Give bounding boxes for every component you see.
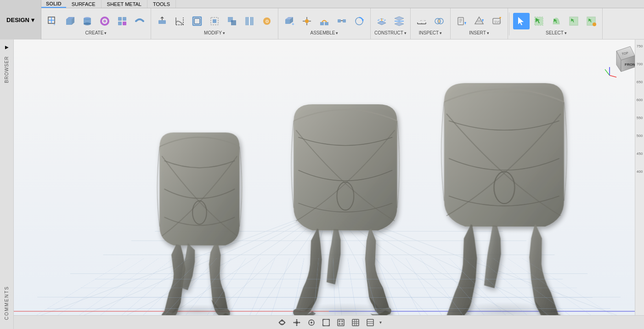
rigid-group-icon[interactable]: [333, 13, 350, 29]
svg-point-66: [593, 23, 596, 26]
tab-sheet-metal[interactable]: SHEET METAL: [102, 0, 147, 8]
browser-label[interactable]: BROWSER: [4, 56, 9, 83]
svg-rect-13: [123, 22, 126, 25]
fit-screen-icon[interactable]: [321, 317, 332, 328]
ruler-value-1: 750: [637, 44, 643, 48]
design-label: DESIGN: [6, 17, 29, 23]
select-arrow-icon[interactable]: [513, 13, 530, 29]
orbit-icon[interactable]: [277, 317, 288, 328]
svg-rect-17: [213, 19, 216, 23]
motion-study-icon[interactable]: [351, 13, 367, 29]
box-icon[interactable]: [62, 13, 78, 29]
inspect-label: INSPECT: [419, 30, 442, 37]
view-cube[interactable]: FRONT TOP: [603, 44, 639, 81]
browser-toggle[interactable]: ▶: [0, 41, 13, 52]
svg-rect-14: [158, 20, 166, 24]
select-group: SELECT: [510, 8, 603, 39]
3d-viewport-svg: [14, 40, 644, 329]
toggle-arrow: ▶: [5, 45, 9, 50]
cylinder-icon[interactable]: [79, 13, 96, 29]
svg-marker-110: [296, 325, 298, 326]
ruler-value-7: 450: [637, 152, 643, 156]
svg-point-7: [84, 23, 91, 25]
look-at-icon[interactable]: [306, 317, 317, 328]
svg-rect-32: [325, 22, 328, 25]
design-button[interactable]: DESIGN ▾: [0, 0, 41, 40]
joint-icon[interactable]: [299, 13, 315, 29]
bucket-object-3[interactable]: [441, 83, 567, 328]
svg-rect-62: [570, 17, 578, 25]
comments-label[interactable]: COMMENTS: [4, 286, 9, 320]
insert-label: INSERT: [469, 30, 489, 37]
grid-settings-icon[interactable]: [350, 317, 361, 328]
design-chevron: ▾: [31, 17, 34, 23]
svg-rect-127: [352, 319, 359, 326]
offset-plane-icon[interactable]: [373, 13, 390, 29]
svg-rect-19: [231, 20, 236, 25]
main-content: ▶ BROWSER COMMENTS: [0, 40, 644, 329]
fillet-icon[interactable]: [171, 13, 188, 29]
tab-tools[interactable]: TOOLS: [147, 0, 176, 8]
select-more-icon[interactable]: [583, 13, 599, 29]
inspect-group: ←→ INSPECT: [411, 8, 451, 39]
bucket-object-2[interactable]: [291, 104, 399, 320]
split-icon[interactable]: [241, 13, 258, 29]
svg-rect-24: [285, 19, 290, 24]
svg-line-96: [605, 69, 610, 75]
svg-marker-112: [293, 322, 294, 323]
torus-icon[interactable]: [96, 13, 113, 29]
svg-marker-58: [518, 17, 524, 25]
create-more-icon[interactable]: [114, 13, 130, 29]
svg-marker-51: [464, 22, 466, 25]
svg-point-106: [295, 321, 298, 324]
tab-solid[interactable]: SOLID: [41, 0, 66, 8]
tab-surface[interactable]: SURFACE: [66, 0, 102, 8]
svg-text:+: +: [292, 22, 294, 27]
shell-icon[interactable]: [189, 13, 205, 29]
ruler-value-6: 500: [637, 134, 643, 138]
midplane-icon[interactable]: [391, 13, 407, 29]
left-sidebar: ▶ BROWSER COMMENTS: [0, 40, 14, 329]
modify-more-icon[interactable]: ⚙: [259, 13, 275, 29]
select-paint-icon[interactable]: [548, 13, 565, 29]
main-toolbar: DESIGN ▾ SOLID SURFACE SHEET METAL TOOLS…: [0, 0, 644, 40]
svg-text:⚙: ⚙: [265, 19, 269, 24]
display-settings-icon[interactable]: [335, 317, 346, 328]
svg-text:SVG: SVG: [494, 20, 501, 23]
visual-style-icon[interactable]: [365, 317, 376, 328]
combine-icon[interactable]: [224, 13, 240, 29]
ruler-right: 750 700 650 600 550 500 450 400: [635, 40, 644, 315]
svg-rect-33: [338, 19, 341, 23]
svg-text:←→: ←→: [420, 19, 426, 22]
svg-point-9: [103, 20, 106, 23]
select-free-icon[interactable]: [565, 13, 582, 29]
pipe-icon[interactable]: [131, 13, 148, 29]
modify-group: ⚙ MODIFY: [151, 8, 278, 39]
svg-rect-126: [341, 323, 343, 325]
new-sketch-icon[interactable]: +: [44, 13, 61, 29]
press-pull-icon[interactable]: [154, 13, 170, 29]
as-built-joint-icon[interactable]: [316, 13, 333, 29]
create-group: +: [41, 8, 151, 39]
create-label: CREATE: [85, 30, 107, 37]
svg-rect-123: [339, 320, 340, 322]
insert-derive-icon[interactable]: [453, 13, 470, 29]
insert-group: SVG INSERT: [451, 8, 508, 39]
bucket-object-1[interactable]: [157, 132, 242, 323]
interference-icon[interactable]: [431, 13, 447, 29]
scale-icon[interactable]: [206, 13, 223, 29]
measure-icon[interactable]: ←→: [413, 13, 430, 29]
pan-icon[interactable]: [291, 317, 302, 328]
insert-mesh-icon[interactable]: [471, 13, 487, 29]
insert-svg-icon[interactable]: SVG: [488, 13, 505, 29]
select-box-icon[interactable]: [531, 13, 547, 29]
new-component-icon[interactable]: +: [281, 13, 298, 29]
construct-label: CONSTRUCT: [374, 30, 407, 37]
svg-rect-47: [458, 17, 463, 25]
construct-group: CONSTRUCT: [371, 8, 411, 39]
viewport[interactable]: FRONT TOP 750 700 650 600 550 500 450 40…: [14, 40, 644, 329]
ruler-value-3: 650: [637, 80, 643, 84]
dropdown-icon[interactable]: ▾: [379, 320, 382, 325]
svg-marker-114: [299, 322, 300, 323]
modify-label: MODIFY: [204, 30, 225, 37]
